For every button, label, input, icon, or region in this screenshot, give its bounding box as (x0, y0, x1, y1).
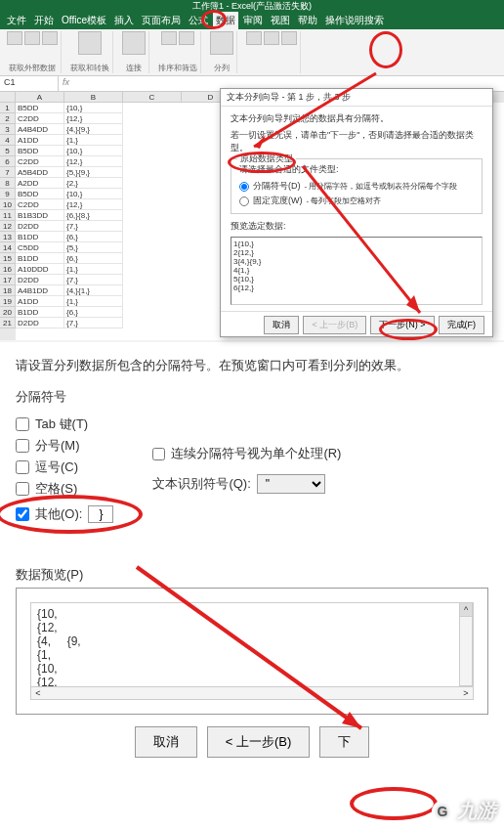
cell[interactable]: A10DDD (16, 264, 64, 275)
cb-other[interactable]: 其他(O): (16, 505, 82, 523)
cell[interactable]: D2DD (16, 318, 64, 328)
cell[interactable]: A1DD (16, 135, 64, 146)
row-header[interactable]: 12 (0, 221, 16, 232)
cell[interactable]: D2DD (16, 275, 64, 285)
row-header[interactable]: 9 (0, 189, 16, 199)
cell[interactable]: A4B1DD (16, 285, 64, 296)
row-header[interactable]: 6 (0, 156, 16, 167)
menu-review[interactable]: 审阅 (240, 12, 266, 29)
newquery-icon[interactable] (78, 31, 102, 55)
radio-delimited-input[interactable] (239, 182, 249, 192)
row-header[interactable]: 15 (0, 253, 16, 264)
menu-view[interactable]: 视图 (268, 12, 293, 29)
menu-office[interactable]: Office模板 (59, 12, 109, 29)
row-header[interactable]: 1 (0, 103, 16, 113)
cell[interactable]: {1,} (64, 264, 123, 275)
cell[interactable]: {1,} (64, 135, 123, 146)
cell[interactable]: {12,} (64, 156, 123, 167)
cell[interactable]: B1B3DD (16, 210, 64, 221)
radio-delimited[interactable]: 分隔符号(D)- 用分隔字符，如逗号或制表符分隔每个字段 (239, 180, 474, 193)
row-header[interactable]: 19 (0, 296, 16, 307)
cb-comma-input[interactable] (16, 460, 29, 474)
row-header[interactable]: 4 (0, 135, 16, 146)
cell[interactable]: {7,} (64, 221, 123, 232)
cell[interactable]: {12,} (64, 113, 123, 124)
preview-vscroll[interactable]: ^ (459, 602, 473, 686)
cell[interactable]: {6,} (64, 307, 123, 318)
row-header[interactable]: 11 (0, 210, 16, 221)
cell[interactable]: {5,} (64, 242, 123, 253)
wizard-next-button[interactable]: 下一步(N) > (370, 316, 434, 334)
radio-fixed[interactable]: 固定宽度(W)- 每列字段加空格对齐 (239, 195, 474, 207)
row-header[interactable]: 5 (0, 146, 16, 156)
cell[interactable]: C2DD (16, 199, 64, 210)
filter-icon[interactable] (179, 31, 194, 45)
cell[interactable]: B5DD (16, 146, 64, 156)
colhdr-b[interactable]: B (64, 92, 123, 103)
cb-space-input[interactable] (16, 482, 29, 496)
cell[interactable]: {10,} (64, 189, 123, 199)
cell[interactable]: {6,} (64, 253, 123, 264)
sort-icon[interactable] (161, 31, 177, 45)
cb-semicolon[interactable]: 分号(M) (16, 437, 113, 455)
next-button[interactable]: 下 (319, 726, 369, 758)
cell[interactable]: {4,}{9,} (64, 124, 123, 135)
cell[interactable]: {6,}{8,} (64, 210, 123, 221)
access-icon[interactable] (7, 31, 22, 45)
menu-data[interactable]: 数据 (213, 12, 238, 29)
cb-tab[interactable]: Tab 键(T) (16, 415, 113, 433)
prev-button[interactable]: < 上一步(B) (207, 726, 311, 758)
wizard-prev-button[interactable]: < 上一步(B) (303, 316, 366, 334)
cb-consecutive[interactable]: 连续分隔符号视为单个处理(R) (152, 445, 341, 462)
scroll-right-icon[interactable]: > (459, 687, 473, 699)
row-header[interactable]: 13 (0, 232, 16, 242)
menu-home[interactable]: 开始 (31, 12, 57, 29)
row-header[interactable]: 7 (0, 167, 16, 178)
row-header[interactable]: 10 (0, 199, 16, 210)
cell[interactable]: A1DD (16, 296, 64, 307)
removedup-icon[interactable] (264, 31, 279, 45)
cell[interactable]: A5B4DD (16, 167, 64, 178)
cell[interactable]: C2DD (16, 113, 64, 124)
cell[interactable]: {12,} (64, 199, 123, 210)
cell[interactable]: {2,} (64, 178, 123, 189)
menu-tellme[interactable]: 操作说明搜索 (322, 12, 387, 29)
cell[interactable]: B5DD (16, 103, 64, 113)
cb-comma[interactable]: 逗号(C) (16, 459, 113, 476)
menu-insert[interactable]: 插入 (111, 12, 137, 29)
refresh-icon[interactable] (122, 31, 146, 55)
menu-layout[interactable]: 页面布局 (139, 12, 184, 29)
menu-help[interactable]: 帮助 (295, 12, 320, 29)
cb-semi-input[interactable] (16, 439, 29, 453)
web-icon[interactable] (24, 31, 40, 45)
row-header[interactable]: 14 (0, 242, 16, 253)
cb-other-input[interactable] (16, 507, 29, 521)
row-header[interactable]: 3 (0, 124, 16, 135)
textqual-select[interactable]: " (257, 474, 325, 494)
cell[interactable]: C5DD (16, 242, 64, 253)
colhdr-a[interactable]: A (16, 92, 64, 103)
datavalid-icon[interactable] (281, 31, 297, 45)
scroll-up-icon[interactable]: ^ (460, 603, 472, 617)
texttocolumns-icon[interactable] (210, 31, 233, 55)
row-header[interactable]: 18 (0, 285, 16, 296)
cell[interactable]: {1,} (64, 296, 123, 307)
cb-space[interactable]: 空格(S) (16, 480, 113, 498)
flashfill-icon[interactable] (246, 31, 262, 45)
cell[interactable]: A2DD (16, 178, 64, 189)
cb-tab-input[interactable] (16, 417, 29, 431)
cell[interactable]: B5DD (16, 189, 64, 199)
menu-formula[interactable]: 公式 (186, 12, 211, 29)
scroll-left-icon[interactable]: < (31, 687, 45, 699)
wizard-finish-button[interactable]: 完成(F) (439, 316, 485, 334)
cell[interactable]: B1DD (16, 253, 64, 264)
cell[interactable]: {7,} (64, 318, 123, 328)
cell[interactable]: A4B4DD (16, 124, 64, 135)
cell[interactable]: {5,}{9,} (64, 167, 123, 178)
wizard-cancel-button[interactable]: 取消 (264, 316, 299, 334)
menu-file[interactable]: 文件 (4, 12, 29, 29)
cell[interactable]: C2DD (16, 156, 64, 167)
radio-fixed-input[interactable] (239, 197, 249, 206)
row-header[interactable]: 16 (0, 264, 16, 275)
name-box[interactable]: C1 (0, 76, 59, 91)
